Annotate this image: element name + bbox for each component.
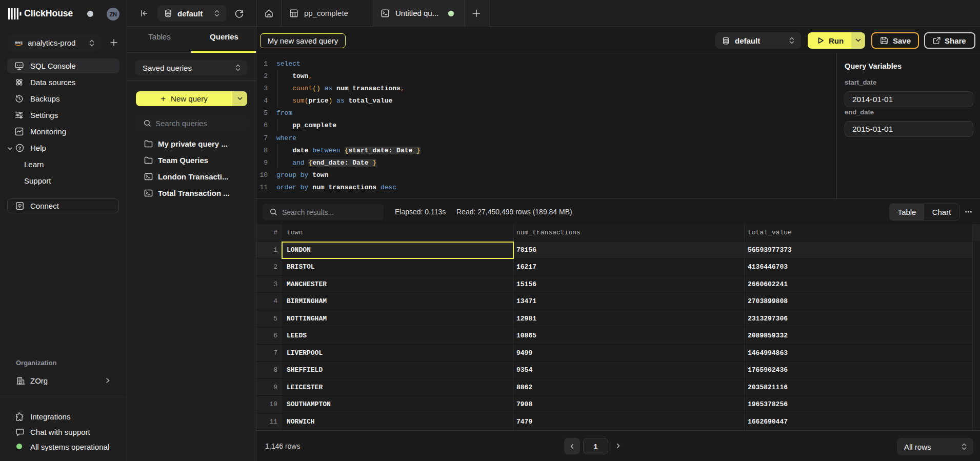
svg-text:?: ? [18,145,22,151]
svg-text:aws: aws [15,40,23,45]
